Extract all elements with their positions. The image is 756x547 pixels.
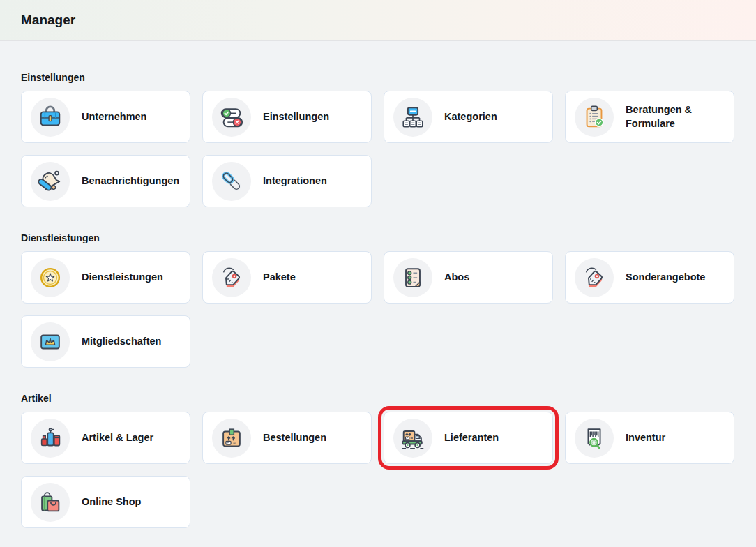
card-label: Pakete — [263, 271, 296, 285]
manager-content: Einstellungen Unternehmen — [0, 41, 756, 547]
card-label: Unternehmen — [82, 110, 146, 124]
section-label-einstellungen: Einstellungen — [21, 72, 735, 83]
card-inventur[interactable]: Inventur — [565, 412, 734, 464]
section-label-dienstleistungen: Dienstleistungen — [21, 232, 735, 243]
card-unternehmen[interactable]: Unternehmen — [21, 91, 190, 143]
clipboard-check-icon — [575, 98, 614, 137]
section-artikel: Artikel Artikel & Lager — [21, 393, 735, 528]
section-einstellungen: Einstellungen Unternehmen — [21, 72, 735, 207]
cosmetics-icon — [31, 419, 70, 458]
briefcase-icon — [31, 98, 70, 137]
card-beratungen-formulare[interactable]: Beratungen & Formulare — [565, 91, 734, 143]
section-label-artikel: Artikel — [21, 393, 735, 404]
section-grid: Unternehmen Einstellungen — [21, 91, 735, 207]
card-pakete[interactable]: Pakete — [202, 251, 372, 304]
page-header: Manager — [0, 0, 756, 41]
card-online-shop[interactable]: Online Shop — [21, 476, 190, 528]
delivery-truck-icon — [393, 419, 432, 458]
card-dienstleistungen[interactable]: Dienstleistungen — [21, 251, 190, 304]
card-label: Integrationen — [263, 174, 327, 188]
card-label: Lieferanten — [444, 431, 499, 445]
card-label: Beratungen & Formulare — [626, 103, 727, 130]
coin-star-icon — [31, 258, 70, 297]
card-einstellungen[interactable]: Einstellungen — [202, 91, 372, 143]
card-label: Einstellungen — [263, 110, 329, 124]
chain-link-icon — [212, 162, 251, 201]
section-grid: Dienstleistungen Pakete — [21, 251, 735, 368]
card-label: Inventur — [626, 431, 665, 445]
package-box-icon — [212, 419, 251, 458]
card-label: Artikel & Lager — [82, 431, 153, 445]
card-label: Sonderangebote — [626, 271, 705, 285]
card-integrationen[interactable]: Integrationen — [202, 155, 372, 207]
card-label: Benachrichtigungen — [82, 174, 179, 188]
card-sonderangebote[interactable]: Sonderangebote — [565, 251, 734, 304]
card-lieferanten[interactable]: Lieferanten — [384, 412, 553, 464]
card-label: Bestellungen — [263, 431, 326, 445]
receipt-search-icon — [575, 419, 614, 458]
card-label: Kategorien — [444, 110, 497, 124]
card-label: Abos — [444, 271, 469, 285]
section-dienstleistungen: Dienstleistungen Dienstleistungen — [21, 232, 735, 368]
card-benachrichtigungen[interactable]: Benachrichtigungen — [21, 155, 190, 207]
card-artikel-lager[interactable]: Artikel & Lager — [21, 412, 190, 464]
price-tag-icon — [212, 258, 251, 297]
sitemap-icon — [393, 98, 432, 137]
card-abos[interactable]: Abos — [384, 251, 553, 304]
page-title: Manager — [21, 13, 75, 28]
card-mitgliedschaften[interactable]: Mitgliedschaften — [21, 315, 190, 368]
crown-card-icon — [31, 322, 70, 361]
price-tag-star-icon — [575, 258, 614, 297]
shopping-bags-icon — [31, 483, 70, 522]
card-kategorien[interactable]: Kategorien — [384, 91, 553, 143]
list-note-icon — [393, 258, 432, 297]
card-label: Online Shop — [82, 495, 141, 509]
toggles-icon — [212, 98, 251, 137]
card-bestellungen[interactable]: Bestellungen — [202, 412, 372, 464]
section-grid: Artikel & Lager Bestellungen — [21, 412, 735, 528]
bell-icon — [31, 162, 70, 201]
card-label: Dienstleistungen — [82, 271, 163, 285]
card-label: Mitgliedschaften — [82, 335, 161, 349]
